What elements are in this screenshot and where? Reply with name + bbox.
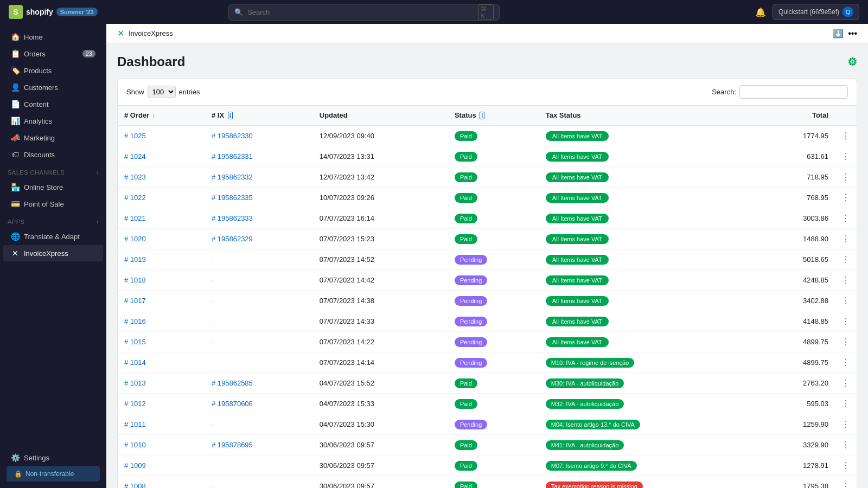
sidebar-item-point-of-sale[interactable]: 💳 Point of Sale (3, 196, 103, 212)
row-menu-button[interactable]: ⋮ (841, 152, 850, 161)
order-cell: # 1010 (118, 435, 205, 455)
tax-status-badge: M10: IVA - regime de isenção (546, 358, 634, 368)
ix-link[interactable]: # 195878695 (212, 441, 253, 449)
sidebar-item-customers[interactable]: 👤 Customers (3, 79, 103, 95)
dashboard-title-bar: Dashboard ⚙ (117, 54, 857, 69)
order-link[interactable]: # 1009 (124, 461, 146, 470)
ix-link[interactable]: # 195862330 (212, 132, 253, 140)
sidebar-item-discounts[interactable]: 🏷 Discounts (3, 146, 103, 163)
sort-order-icon[interactable]: ↕ (152, 113, 155, 119)
status-cell: Paid (448, 229, 539, 249)
tax-status-badge: Tax exemption reason is missing (546, 481, 643, 489)
table-search-input[interactable] (739, 85, 848, 99)
sidebar-item-online-store[interactable]: 🏪 Online Store (3, 179, 103, 195)
table-row: # 1011 · 04/07/2023 15:30 Pending M04: I… (118, 414, 857, 435)
row-menu-button[interactable]: ⋮ (841, 317, 850, 326)
sidebar-item-invoicexpress[interactable]: ✕ InvoiceXpress (3, 245, 103, 261)
status-cell: Paid (448, 208, 539, 229)
ix-link[interactable]: # 195862585 (212, 379, 253, 387)
entries-select[interactable]: 100 25 50 (148, 86, 176, 98)
row-menu-button[interactable]: ⋮ (841, 337, 850, 346)
row-menu-button[interactable]: ⋮ (841, 481, 850, 488)
sidebar-item-marketing[interactable]: 📣 Marketing (3, 130, 103, 146)
order-link[interactable]: # 1022 (124, 194, 146, 202)
sidebar-item-analytics[interactable]: 📊 Analytics (3, 113, 103, 129)
ix-info-icon[interactable]: i (228, 112, 233, 119)
sidebar-item-translate-label: Translate & Adapt (24, 233, 80, 241)
order-link[interactable]: # 1013 (124, 379, 146, 387)
ix-dot: · (212, 255, 214, 264)
ix-link[interactable]: # 195870606 (212, 400, 253, 408)
summer-badge: Summer '23 (56, 8, 98, 16)
shopify-logo: S shopify Summer '23 (9, 5, 98, 19)
row-menu-button[interactable]: ⋮ (841, 214, 850, 223)
order-link[interactable]: # 1016 (124, 317, 146, 325)
row-menu-button[interactable]: ⋮ (841, 255, 850, 264)
ix-link[interactable]: # 195862335 (212, 194, 253, 202)
ix-cell: · (205, 332, 313, 352)
more-options-button[interactable]: ••• (848, 28, 857, 38)
updated-cell: 12/07/2023 13:42 (313, 167, 448, 188)
sidebar-item-content[interactable]: 📄 Content (3, 96, 103, 112)
order-link[interactable]: # 1021 (124, 214, 146, 222)
sidebar-item-home[interactable]: 🏠 Home (3, 29, 103, 45)
sidebar-item-content-label: Content (24, 100, 49, 108)
tax-status-badge: All Items have VAT (546, 234, 609, 244)
discounts-icon: 🏷 (11, 150, 20, 159)
sidebar-item-orders[interactable]: 📋 Orders 23 (3, 46, 103, 62)
status-info-icon[interactable]: i (480, 112, 484, 119)
row-menu-button[interactable]: ⋮ (841, 131, 850, 140)
order-link[interactable]: # 1014 (124, 358, 146, 367)
row-menu-button[interactable]: ⋮ (841, 399, 850, 408)
row-menu-button[interactable]: ⋮ (841, 296, 850, 305)
row-menu-button[interactable]: ⋮ (841, 234, 850, 243)
row-menu-button[interactable]: ⋮ (841, 461, 850, 470)
order-link[interactable]: # 1017 (124, 297, 146, 305)
content-icon: 📄 (11, 100, 20, 108)
search-input[interactable] (247, 8, 474, 16)
order-link[interactable]: # 1023 (124, 173, 146, 181)
search-bar[interactable]: 🔍 ⌘ K (228, 4, 500, 21)
logo-icon: S (9, 5, 23, 19)
row-menu-button[interactable]: ⋮ (841, 275, 850, 285)
user-button[interactable]: Quickstart (66f9e5ef) Q (773, 4, 859, 20)
row-menu-button[interactable]: ⋮ (841, 193, 850, 202)
apps-section: Apps › (0, 213, 106, 228)
table-controls: Show 100 25 50 entries Search: (118, 79, 857, 106)
tax-status-badge: All Items have VAT (546, 152, 609, 162)
notification-button[interactable]: 🔔 (755, 7, 766, 17)
row-menu-button[interactable]: ⋮ (841, 378, 850, 388)
ix-link[interactable]: # 195862329 (212, 235, 253, 243)
updated-cell: 12/09/2023 09:40 (313, 125, 448, 146)
ix-dot: · (212, 317, 214, 325)
sidebar-item-online-store-label: Online Store (24, 183, 63, 191)
order-link[interactable]: # 1008 (124, 482, 146, 488)
ix-link[interactable]: # 195862333 (212, 214, 253, 222)
total-cell: 5018.65 (758, 249, 835, 270)
order-link[interactable]: # 1011 (124, 420, 146, 428)
ix-cell: # 195878695 (205, 435, 313, 455)
dashboard-settings-icon[interactable]: ⚙ (847, 55, 857, 68)
sidebar-item-products[interactable]: 🏷️ Products (3, 62, 103, 79)
row-actions-cell: ⋮ (835, 188, 857, 208)
sidebar-item-settings[interactable]: ⚙️ Settings (3, 450, 103, 466)
row-menu-button[interactable]: ⋮ (841, 358, 850, 367)
order-cell: # 1020 (118, 229, 205, 249)
ix-link[interactable]: # 195862331 (212, 152, 253, 160)
order-link[interactable]: # 1019 (124, 255, 146, 264)
order-link[interactable]: # 1015 (124, 338, 146, 346)
order-link[interactable]: # 1020 (124, 235, 146, 243)
download-button[interactable]: ⬇️ (833, 28, 844, 38)
status-cell: Paid (448, 188, 539, 208)
order-link[interactable]: # 1024 (124, 152, 146, 160)
order-link[interactable]: # 1012 (124, 400, 146, 408)
order-link[interactable]: # 1025 (124, 132, 146, 140)
ix-link[interactable]: # 195862332 (212, 173, 253, 181)
sidebar-item-translate-adapt[interactable]: 🌐 Translate & Adapt (3, 228, 103, 245)
table-row: # 1020 # 195862329 07/07/2023 15:23 Paid… (118, 229, 857, 249)
row-menu-button[interactable]: ⋮ (841, 420, 850, 429)
row-menu-button[interactable]: ⋮ (841, 172, 850, 182)
row-menu-button[interactable]: ⋮ (841, 440, 850, 450)
order-link[interactable]: # 1018 (124, 276, 146, 284)
order-link[interactable]: # 1010 (124, 441, 146, 449)
